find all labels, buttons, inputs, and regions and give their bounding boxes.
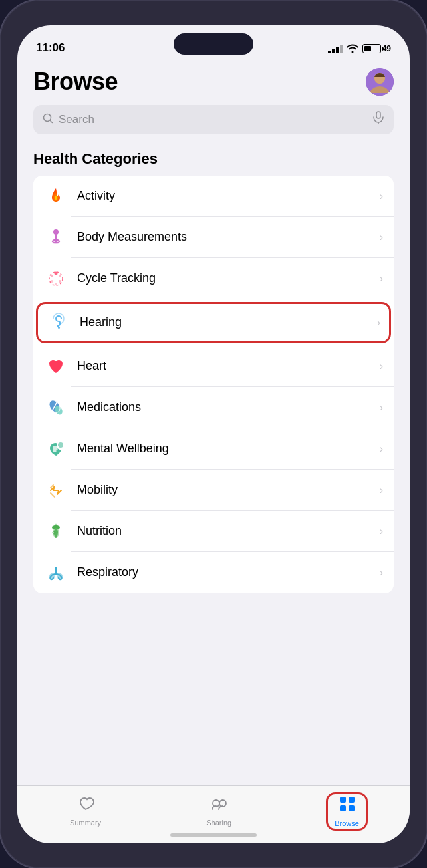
content-area[interactable]: Browse [17, 60, 410, 785]
cycle-tracking-chevron: › [380, 273, 383, 285]
dynamic-island [174, 33, 253, 55]
svg-point-11 [55, 271, 58, 275]
tab-browse-label: Browse [335, 819, 359, 827]
signal-icon [328, 45, 343, 53]
search-placeholder: Search [59, 113, 367, 126]
phone-screen: 11:06 [17, 25, 410, 843]
category-item-mental-wellbeing[interactable]: Mental Wellbeing › [33, 428, 394, 470]
categories-list: Activity › [33, 176, 394, 593]
mic-icon[interactable] [372, 111, 384, 128]
wifi-icon [347, 43, 358, 55]
nutrition-icon [44, 519, 68, 543]
category-item-activity[interactable]: Activity › [33, 176, 394, 217]
svg-rect-35 [349, 805, 355, 811]
activity-label: Activity [77, 189, 370, 203]
phone-frame: 11:06 [0, 0, 427, 868]
body-measurements-label: Body Measurements [77, 230, 370, 244]
cycle-tracking-label: Cycle Tracking [77, 271, 370, 285]
medications-icon [44, 396, 68, 420]
mobility-label: Mobility [77, 483, 370, 497]
hearing-icon [47, 311, 71, 335]
search-bar[interactable]: Search [33, 105, 394, 134]
svg-point-17 [58, 327, 60, 329]
status-icons: 49 [328, 43, 391, 55]
hearing-chevron: › [377, 317, 380, 329]
svg-point-14 [55, 283, 57, 285]
svg-rect-34 [340, 805, 346, 811]
category-item-mobility[interactable]: Mobility › [33, 470, 394, 511]
respiratory-chevron: › [380, 567, 383, 579]
svg-point-12 [59, 275, 61, 277]
mental-wellbeing-icon [44, 437, 68, 461]
medications-label: Medications [77, 400, 370, 414]
nutrition-chevron: › [380, 525, 383, 537]
category-item-hearing[interactable]: Hearing › [36, 302, 391, 343]
page-title: Browse [33, 68, 118, 96]
hearing-label: Hearing [80, 315, 368, 329]
section-title-categories: Health Categories [33, 150, 394, 168]
nutrition-label: Nutrition [77, 524, 370, 538]
summary-icon [77, 795, 94, 816]
cycle-tracking-icon [44, 267, 68, 291]
category-item-medications[interactable]: Medications › [33, 387, 394, 428]
svg-rect-32 [340, 797, 346, 803]
tab-sharing[interactable]: Sharing [196, 792, 242, 829]
status-time: 11:06 [36, 41, 65, 55]
page-header: Browse [33, 65, 394, 96]
respiratory-label: Respiratory [77, 565, 370, 579]
tab-summary-label: Summary [70, 819, 101, 827]
svg-rect-4 [376, 112, 380, 118]
medications-chevron: › [380, 402, 383, 414]
body-measurements-chevron: › [380, 231, 383, 243]
mobility-icon [44, 478, 68, 502]
svg-point-26 [53, 528, 59, 537]
tab-browse[interactable]: Browse [326, 792, 368, 831]
mental-wellbeing-label: Mental Wellbeing [77, 442, 370, 456]
svg-point-3 [44, 114, 51, 121]
activity-icon [44, 184, 68, 208]
search-icon [43, 113, 53, 126]
svg-rect-33 [349, 797, 355, 803]
svg-point-29 [57, 573, 63, 580]
activity-chevron: › [380, 190, 383, 202]
category-item-heart[interactable]: Heart › [33, 346, 394, 387]
svg-point-16 [51, 275, 53, 277]
body-measurements-icon [44, 225, 68, 249]
heart-chevron: › [380, 361, 383, 372]
sharing-icon [210, 795, 228, 816]
svg-point-13 [59, 280, 61, 283]
avatar[interactable] [366, 68, 394, 96]
svg-point-28 [49, 573, 55, 580]
heart-icon [44, 355, 68, 378]
battery-icon: 49 [362, 44, 391, 53]
respiratory-icon [44, 561, 68, 585]
tab-sharing-label: Sharing [206, 819, 231, 827]
svg-point-15 [51, 280, 53, 283]
mental-wellbeing-chevron: › [380, 443, 383, 455]
category-item-body-measurements[interactable]: Body Measurements › [33, 217, 394, 258]
browse-icon [339, 796, 356, 817]
mobility-chevron: › [380, 484, 383, 496]
heart-label: Heart [77, 359, 370, 373]
category-item-nutrition[interactable]: Nutrition › [33, 511, 394, 552]
tab-summary[interactable]: Summary [59, 792, 112, 829]
home-indicator [170, 833, 257, 837]
category-item-respiratory[interactable]: Respiratory › [33, 552, 394, 593]
category-item-cycle-tracking[interactable]: Cycle Tracking › [33, 258, 394, 299]
